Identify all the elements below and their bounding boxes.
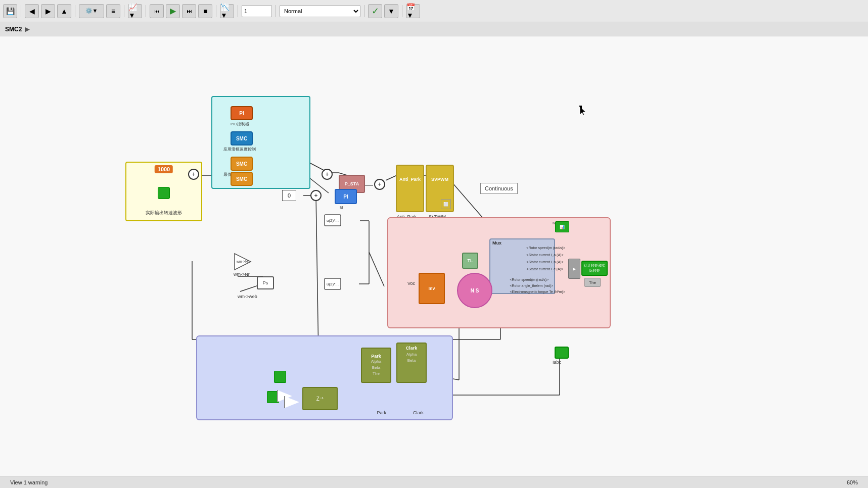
the-block[interactable]: The: [584, 278, 601, 287]
separator-5: [216, 5, 216, 17]
scope-in-subsystem-1[interactable]: [274, 371, 286, 383]
clark-park-subsystem[interactable]: Z⁻¹ Clark AlphaBeta Clark Park AlphaBeta…: [196, 335, 453, 420]
svg-text:u(2)*...: u(2)*...: [327, 282, 339, 286]
clark-label: Clark: [413, 410, 424, 415]
gain-block-feedback-2: u(2)*...: [324, 278, 341, 291]
wm-nr-triangle: wm->Nr: [234, 253, 252, 271]
pi-id-block[interactable]: PI: [335, 189, 357, 204]
control-subsystem[interactable]: PI PID控制器 SMC 应用滑模速度控制 SMC 最优速度控制 SMC: [211, 96, 310, 189]
motor-drive-subsystem[interactable]: rad 📊 Mux TL Inv N S Voc ▶ 估计转矩和: [387, 217, 611, 328]
sum-junction-2: +: [322, 169, 333, 180]
motor-block[interactable]: N S: [457, 273, 492, 308]
step-fwd-button[interactable]: ⏭: [182, 4, 196, 18]
svpwm-block[interactable]: SVPWM ⬜: [426, 165, 454, 212]
smc-block-1[interactable]: SMC: [231, 131, 253, 145]
model-settings-button[interactable]: ⚙️▼: [79, 4, 104, 18]
sim-time-input[interactable]: [242, 5, 272, 17]
check-button[interactable]: ✓: [368, 4, 382, 18]
svg-line-18: [316, 196, 318, 355]
iabc-scope[interactable]: [555, 347, 569, 359]
gain-block-feedback-1: u(2)*...: [324, 214, 341, 226]
pid-label: PID控制器: [231, 121, 249, 127]
library-button[interactable]: ≡: [106, 4, 120, 18]
gain-block-2[interactable]: [284, 396, 299, 408]
sum-junction-3: +: [374, 179, 385, 190]
separator-2: [75, 5, 75, 17]
separator-8: [364, 5, 364, 17]
up-button[interactable]: ▲: [57, 4, 71, 18]
zoom-level: 60%: [847, 479, 858, 485]
zero-block[interactable]: 0: [282, 190, 296, 201]
calendar-button[interactable]: 📅▼: [406, 4, 420, 18]
motor-lower-labels: <Rotor speed(m (rad/s)> <Rotor angle_the…: [510, 277, 565, 295]
breadcrumb: SMC2 ▶: [0, 22, 868, 36]
svg-text:wm->Nr: wm->Nr: [236, 260, 249, 263]
wm-nr-label: wm->Nr: [234, 272, 250, 277]
scope-block-1[interactable]: [158, 187, 170, 199]
continuous-box: Continuous: [480, 183, 518, 194]
integrator-block[interactable]: Z⁻¹: [302, 387, 338, 410]
pn-block[interactable]: ▶: [568, 259, 580, 279]
rotor-scope[interactable]: 📊: [555, 221, 569, 232]
smc-block-2[interactable]: SMC: [231, 157, 253, 171]
pi-id-label: Id: [340, 205, 343, 210]
sum-junction-1: +: [188, 169, 199, 180]
smc-label-1: 应用滑模速度控制: [223, 147, 256, 152]
save-button[interactable]: 💾: [3, 4, 17, 18]
ps-block[interactable]: Ps: [257, 276, 274, 289]
breadcrumb-arrow: ▶: [25, 26, 29, 33]
speed-output-label: 实际输出转速波形: [126, 210, 201, 216]
svg-marker-38: [580, 107, 586, 115]
step-back-button[interactable]: ⏮: [150, 4, 164, 18]
smc-block-3[interactable]: SMC: [231, 172, 253, 186]
separator-6: [238, 5, 238, 17]
warning-text[interactable]: View 1 warning: [10, 479, 48, 485]
forward-button[interactable]: ▶: [41, 4, 55, 18]
check-dropdown[interactable]: ▼: [384, 4, 398, 18]
park-block[interactable]: Park AlphaBetaThe: [361, 348, 391, 383]
scope-btn[interactable]: 📉▼: [220, 4, 234, 18]
inverter-block[interactable]: Inv: [419, 273, 445, 304]
statusbar: View 1 warning 60%: [0, 476, 868, 488]
anti-park-block[interactable]: Anti_Park: [396, 165, 424, 212]
separator-9: [402, 5, 402, 17]
pi-block-top[interactable]: PI: [231, 106, 253, 120]
separator-1: [21, 5, 21, 17]
canvas: 1000 实际输出转速波形 + PI PID控制器 SMC 应用滑模速度控制 S…: [0, 36, 868, 476]
iabc-label: Iabc: [553, 360, 561, 365]
toolbar: 💾 ◀ ▶ ▲ ⚙️▼ ≡ 📈▼ ⏮ ▶ ⏭ ⏹ 📉▼ Normal ✓ ▼ 📅…: [0, 0, 868, 22]
voc-label: Voc: [407, 281, 415, 286]
cursor: [579, 106, 585, 112]
wm-web-label: wm->web: [238, 294, 257, 299]
model-name[interactable]: SMC2: [5, 26, 22, 33]
svg-line-8: [386, 175, 397, 180]
separator-4: [146, 5, 146, 17]
back-button[interactable]: ◀: [25, 4, 39, 18]
separator-3: [124, 5, 124, 17]
sum-junction-4: +: [310, 190, 322, 201]
park-label: Park: [377, 410, 386, 415]
sim-scope-button[interactable]: 📈▼: [128, 4, 142, 18]
svg-text:u(2)*...: u(2)*...: [327, 218, 339, 223]
stop-button[interactable]: ⏹: [198, 4, 212, 18]
separator-7: [276, 5, 276, 17]
speed-ref-value: 1000: [155, 165, 173, 173]
motor-output-labels: <Rotor speed(m (rad/s)> <Stator current …: [526, 245, 565, 273]
clark-block[interactable]: Clark AlphaBeta: [396, 343, 427, 383]
run-button[interactable]: ▶: [166, 4, 180, 18]
output-scope[interactable]: 估计转矩和实际转矩: [581, 261, 608, 276]
tl-block[interactable]: TL: [462, 253, 478, 269]
sim-mode-select[interactable]: Normal: [280, 5, 360, 17]
svg-line-24: [369, 252, 384, 286]
